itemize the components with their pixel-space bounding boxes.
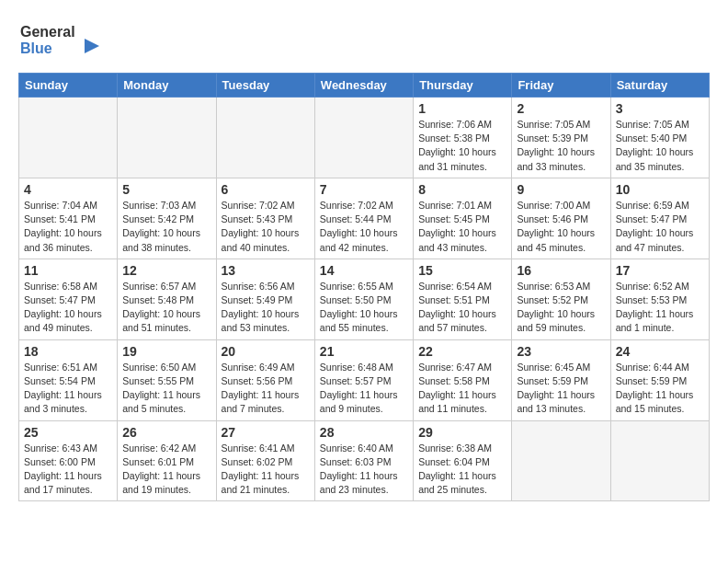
calendar-cell: 15Sunrise: 6:54 AM Sunset: 5:51 PM Dayli…: [414, 259, 512, 339]
day-info: Sunrise: 6:56 AM Sunset: 5:49 PM Dayligh…: [222, 280, 310, 336]
day-number: 4: [24, 182, 112, 197]
day-number: 28: [320, 425, 408, 440]
calendar-week-row: 18Sunrise: 6:51 AM Sunset: 5:54 PM Dayli…: [19, 339, 710, 420]
day-info: Sunrise: 6:53 AM Sunset: 5:52 PM Dayligh…: [517, 280, 605, 336]
calendar-week-row: 25Sunrise: 6:43 AM Sunset: 6:00 PM Dayli…: [19, 420, 710, 501]
day-number: 16: [517, 263, 605, 278]
day-info: Sunrise: 6:59 AM Sunset: 5:47 PM Dayligh…: [616, 199, 704, 255]
day-of-week-header: Saturday: [610, 74, 709, 98]
day-number: 13: [222, 263, 310, 278]
day-number: 2: [517, 101, 605, 116]
day-info: Sunrise: 6:45 AM Sunset: 5:59 PM Dayligh…: [517, 361, 605, 417]
day-of-week-header: Friday: [512, 74, 610, 98]
day-info: Sunrise: 6:54 AM Sunset: 5:51 PM Dayligh…: [418, 280, 506, 336]
calendar-cell: 4Sunrise: 7:04 AM Sunset: 5:41 PM Daylig…: [19, 178, 118, 259]
calendar-cell: [610, 420, 709, 501]
day-info: Sunrise: 6:48 AM Sunset: 5:57 PM Dayligh…: [320, 361, 408, 417]
svg-text:Blue: Blue: [20, 40, 52, 56]
calendar-cell: [19, 98, 118, 178]
calendar-cell: 23Sunrise: 6:45 AM Sunset: 5:59 PM Dayli…: [512, 339, 610, 420]
day-info: Sunrise: 6:47 AM Sunset: 5:58 PM Dayligh…: [418, 361, 506, 417]
calendar-cell: 9Sunrise: 7:00 AM Sunset: 5:46 PM Daylig…: [512, 178, 610, 259]
day-number: 27: [222, 425, 310, 440]
day-number: 15: [418, 263, 506, 278]
day-of-week-header: Wednesday: [314, 74, 413, 98]
day-number: 1: [418, 101, 506, 116]
logo-text-block: General Blue: [18, 18, 101, 63]
page-header: General Blue: [18, 18, 710, 63]
day-info: Sunrise: 6:41 AM Sunset: 6:02 PM Dayligh…: [222, 442, 310, 498]
calendar-cell: 28Sunrise: 6:40 AM Sunset: 6:03 PM Dayli…: [314, 420, 413, 501]
day-number: 10: [616, 182, 704, 197]
day-number: 14: [320, 263, 408, 278]
day-number: 3: [616, 101, 704, 116]
calendar-cell: 1Sunrise: 7:06 AM Sunset: 5:38 PM Daylig…: [414, 98, 512, 178]
calendar-table: SundayMondayTuesdayWednesdayThursdayFrid…: [18, 73, 710, 501]
day-number: 11: [24, 263, 112, 278]
day-of-week-header: Thursday: [414, 74, 512, 98]
day-info: Sunrise: 7:02 AM Sunset: 5:44 PM Dayligh…: [320, 199, 408, 255]
day-number: 29: [418, 425, 506, 440]
day-number: 22: [418, 344, 506, 359]
day-info: Sunrise: 7:03 AM Sunset: 5:42 PM Dayligh…: [122, 199, 210, 255]
calendar-cell: 16Sunrise: 6:53 AM Sunset: 5:52 PM Dayli…: [512, 259, 610, 339]
day-info: Sunrise: 6:49 AM Sunset: 5:56 PM Dayligh…: [222, 361, 310, 417]
calendar-cell: 13Sunrise: 6:56 AM Sunset: 5:49 PM Dayli…: [216, 259, 314, 339]
calendar-cell: 8Sunrise: 7:01 AM Sunset: 5:45 PM Daylig…: [414, 178, 512, 259]
day-info: Sunrise: 7:02 AM Sunset: 5:43 PM Dayligh…: [222, 199, 310, 255]
calendar-cell: [512, 420, 610, 501]
day-number: 20: [222, 344, 310, 359]
day-number: 25: [24, 425, 112, 440]
day-info: Sunrise: 7:01 AM Sunset: 5:45 PM Dayligh…: [418, 199, 506, 255]
calendar-cell: 18Sunrise: 6:51 AM Sunset: 5:54 PM Dayli…: [19, 339, 118, 420]
day-number: 19: [122, 344, 210, 359]
calendar-cell: 21Sunrise: 6:48 AM Sunset: 5:57 PM Dayli…: [314, 339, 413, 420]
calendar-cell: 25Sunrise: 6:43 AM Sunset: 6:00 PM Dayli…: [19, 420, 118, 501]
day-number: 8: [418, 182, 506, 197]
calendar-cell: 26Sunrise: 6:42 AM Sunset: 6:01 PM Dayli…: [118, 420, 216, 501]
day-info: Sunrise: 6:42 AM Sunset: 6:01 PM Dayligh…: [122, 442, 210, 498]
calendar-header-row: SundayMondayTuesdayWednesdayThursdayFrid…: [19, 74, 710, 98]
day-info: Sunrise: 6:57 AM Sunset: 5:48 PM Dayligh…: [122, 280, 210, 336]
calendar-cell: 7Sunrise: 7:02 AM Sunset: 5:44 PM Daylig…: [314, 178, 413, 259]
calendar-cell: [118, 98, 216, 178]
day-of-week-header: Monday: [118, 74, 216, 98]
day-number: 5: [122, 182, 210, 197]
calendar-cell: 2Sunrise: 7:05 AM Sunset: 5:39 PM Daylig…: [512, 98, 610, 178]
calendar-cell: 19Sunrise: 6:50 AM Sunset: 5:55 PM Dayli…: [118, 339, 216, 420]
day-number: 24: [616, 344, 704, 359]
day-of-week-header: Tuesday: [216, 74, 314, 98]
day-number: 26: [122, 425, 210, 440]
day-info: Sunrise: 6:50 AM Sunset: 5:55 PM Dayligh…: [122, 361, 210, 417]
day-info: Sunrise: 6:43 AM Sunset: 6:00 PM Dayligh…: [24, 442, 112, 498]
calendar-cell: 12Sunrise: 6:57 AM Sunset: 5:48 PM Dayli…: [118, 259, 216, 339]
day-number: 9: [517, 182, 605, 197]
day-info: Sunrise: 7:00 AM Sunset: 5:46 PM Dayligh…: [517, 199, 605, 255]
day-number: 23: [517, 344, 605, 359]
calendar-week-row: 1Sunrise: 7:06 AM Sunset: 5:38 PM Daylig…: [19, 98, 710, 178]
calendar-cell: [314, 98, 413, 178]
calendar-cell: 5Sunrise: 7:03 AM Sunset: 5:42 PM Daylig…: [118, 178, 216, 259]
calendar-week-row: 11Sunrise: 6:58 AM Sunset: 5:47 PM Dayli…: [19, 259, 710, 339]
day-info: Sunrise: 6:38 AM Sunset: 6:04 PM Dayligh…: [418, 442, 506, 498]
calendar-cell: 27Sunrise: 6:41 AM Sunset: 6:02 PM Dayli…: [216, 420, 314, 501]
day-info: Sunrise: 6:40 AM Sunset: 6:03 PM Dayligh…: [320, 442, 408, 498]
logo: General Blue: [18, 18, 101, 63]
calendar-week-row: 4Sunrise: 7:04 AM Sunset: 5:41 PM Daylig…: [19, 178, 710, 259]
day-info: Sunrise: 7:04 AM Sunset: 5:41 PM Dayligh…: [24, 199, 112, 255]
day-number: 17: [616, 263, 704, 278]
svg-text:General: General: [20, 24, 75, 40]
day-of-week-header: Sunday: [19, 74, 118, 98]
calendar-cell: 29Sunrise: 6:38 AM Sunset: 6:04 PM Dayli…: [414, 420, 512, 501]
calendar-cell: 20Sunrise: 6:49 AM Sunset: 5:56 PM Dayli…: [216, 339, 314, 420]
day-number: 21: [320, 344, 408, 359]
day-info: Sunrise: 7:06 AM Sunset: 5:38 PM Dayligh…: [418, 118, 506, 174]
day-info: Sunrise: 6:51 AM Sunset: 5:54 PM Dayligh…: [24, 361, 112, 417]
day-info: Sunrise: 6:52 AM Sunset: 5:53 PM Dayligh…: [616, 280, 704, 336]
calendar-cell: 11Sunrise: 6:58 AM Sunset: 5:47 PM Dayli…: [19, 259, 118, 339]
svg-marker-2: [85, 39, 99, 53]
day-number: 6: [222, 182, 310, 197]
day-number: 7: [320, 182, 408, 197]
day-number: 18: [24, 344, 112, 359]
calendar-cell: 3Sunrise: 7:05 AM Sunset: 5:40 PM Daylig…: [610, 98, 709, 178]
